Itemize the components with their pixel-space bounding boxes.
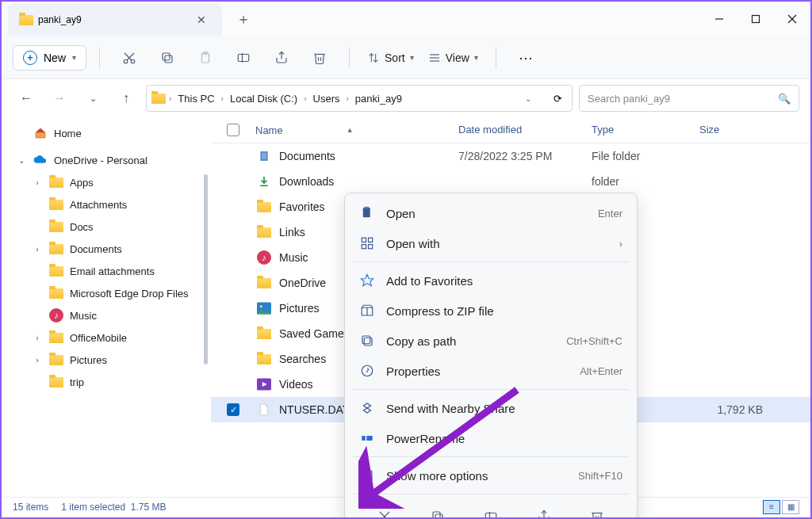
ctx-nearby-share[interactable]: Send with Nearby Share bbox=[345, 393, 637, 423]
svg-rect-9 bbox=[163, 53, 170, 60]
sidebar-item[interactable]: ›Apps bbox=[2, 171, 211, 193]
row-checkbox[interactable] bbox=[227, 277, 239, 289]
rename-icon[interactable] bbox=[474, 504, 508, 519]
svg-rect-1 bbox=[753, 15, 760, 22]
select-all-checkbox[interactable] bbox=[227, 124, 239, 136]
svg-rect-12 bbox=[238, 54, 249, 61]
copy-icon[interactable] bbox=[421, 504, 454, 519]
svg-rect-40 bbox=[366, 434, 367, 443]
svg-rect-28 bbox=[363, 208, 370, 217]
folder-icon bbox=[255, 326, 273, 342]
delete-icon[interactable] bbox=[580, 504, 614, 519]
row-checkbox[interactable] bbox=[227, 150, 239, 162]
svg-rect-41 bbox=[362, 471, 372, 480]
folder-icon bbox=[255, 351, 273, 367]
vid-icon bbox=[255, 376, 273, 392]
sidebar-item[interactable]: Microsoft Edge Drop Files bbox=[2, 282, 211, 304]
col-date[interactable]: Date modified bbox=[458, 124, 592, 136]
ctx-open[interactable]: Open Enter bbox=[345, 198, 637, 228]
row-checkbox[interactable] bbox=[227, 378, 239, 391]
sort-button[interactable]: Sort ▾ bbox=[362, 52, 419, 64]
cut-icon[interactable] bbox=[113, 44, 146, 72]
minimize-icon[interactable] bbox=[701, 2, 737, 36]
close-icon[interactable] bbox=[774, 2, 810, 36]
chevron-icon: › bbox=[32, 245, 43, 254]
breadcrumb[interactable]: This PC bbox=[174, 91, 217, 106]
up-icon[interactable]: ↑ bbox=[113, 85, 140, 112]
col-size[interactable]: Size bbox=[699, 124, 719, 136]
back-icon[interactable]: ← bbox=[13, 85, 40, 112]
row-checkbox[interactable] bbox=[227, 226, 239, 239]
breadcrumb[interactable]: Users bbox=[310, 91, 343, 106]
breadcrumb[interactable]: panki_ay9 bbox=[352, 91, 405, 106]
ctx-properties[interactable]: Properties Alt+Enter bbox=[345, 356, 637, 386]
details-view-icon[interactable]: ≡ bbox=[763, 500, 780, 514]
sidebar-item[interactable]: Attachments bbox=[2, 193, 211, 216]
sidebar-item[interactable]: ⌄OneDrive - Personal bbox=[2, 149, 211, 171]
paste-icon[interactable] bbox=[189, 44, 222, 72]
col-name[interactable]: Name▲ bbox=[255, 124, 458, 136]
maximize-icon[interactable] bbox=[737, 2, 774, 36]
cut-icon[interactable] bbox=[368, 504, 401, 519]
rename-icon[interactable] bbox=[227, 44, 260, 72]
row-checkbox[interactable]: ✓ bbox=[227, 403, 239, 416]
sidebar-item[interactable]: ›Documents bbox=[2, 238, 211, 260]
sidebar-label: OneDrive - Personal bbox=[54, 155, 147, 166]
chevron-down-icon: ▾ bbox=[72, 53, 76, 62]
file-row[interactable]: Documents7/28/2022 3:25 PMFile folder bbox=[211, 143, 810, 169]
ctx-add-favorites[interactable]: Add to Favorites bbox=[345, 265, 637, 296]
col-type[interactable]: Type bbox=[592, 124, 699, 136]
share-icon[interactable] bbox=[265, 44, 298, 72]
breadcrumb[interactable]: Local Disk (C:) bbox=[227, 91, 301, 106]
ctx-compress-zip[interactable]: Compress to ZIP file bbox=[345, 296, 637, 326]
delete-icon[interactable] bbox=[303, 44, 336, 72]
view-button[interactable]: View ▾ bbox=[423, 52, 483, 64]
row-checkbox[interactable] bbox=[227, 302, 239, 315]
nav-bar: ← → ⌄ ↑ › This PC › Local Disk (C:) › Us… bbox=[2, 79, 810, 117]
sidebar-item[interactable]: Docs bbox=[2, 216, 211, 238]
more-icon[interactable]: ⋯ bbox=[509, 44, 542, 72]
ctx-open-with[interactable]: Open with › bbox=[345, 228, 637, 258]
ctx-powerrename[interactable]: PowerRename bbox=[345, 423, 637, 453]
file-type: File folder bbox=[592, 150, 699, 162]
ctx-copy-path[interactable]: Copy as path Ctrl+Shift+C bbox=[345, 326, 637, 356]
file-row[interactable]: Downloadsfolder bbox=[211, 169, 810, 194]
sidebar-item[interactable]: trip bbox=[2, 371, 211, 393]
sidebar-item[interactable]: ♪Music bbox=[2, 304, 211, 326]
folder-icon bbox=[255, 224, 273, 240]
sidebar-item[interactable]: ›OfficeMobile bbox=[2, 326, 211, 349]
down-icon bbox=[255, 174, 273, 189]
folder-icon bbox=[49, 353, 63, 366]
search-input[interactable]: Search panki_ay9 🔍 bbox=[579, 85, 799, 112]
forward-icon[interactable]: → bbox=[46, 85, 73, 112]
new-tab-button[interactable]: ＋ bbox=[236, 10, 251, 29]
row-checkbox[interactable] bbox=[227, 251, 239, 264]
close-tab-icon[interactable]: ✕ bbox=[192, 12, 211, 28]
tab[interactable]: panki_ay9 ✕ bbox=[8, 3, 222, 36]
copy-icon[interactable] bbox=[151, 44, 184, 72]
pic-icon bbox=[255, 300, 273, 316]
row-checkbox[interactable] bbox=[227, 200, 239, 213]
tiles-view-icon[interactable]: ▦ bbox=[782, 500, 799, 514]
file-size: 1,792 KB bbox=[699, 403, 763, 416]
folder-icon bbox=[49, 220, 63, 233]
sidebar-label: Microsoft Edge Drop Files bbox=[70, 288, 189, 300]
sidebar-item[interactable]: ›Pictures bbox=[2, 349, 211, 371]
row-checkbox[interactable] bbox=[227, 175, 239, 188]
share-icon[interactable] bbox=[527, 504, 561, 519]
chevron-down-icon[interactable]: ⌄ bbox=[525, 94, 531, 103]
refresh-icon[interactable]: ⟳ bbox=[549, 93, 567, 105]
recent-chevron-icon[interactable]: ⌄ bbox=[79, 85, 106, 112]
sidebar-item[interactable]: Home bbox=[2, 122, 211, 144]
sort-asc-icon: ▲ bbox=[347, 126, 354, 134]
sidebar-label: Apps bbox=[70, 177, 94, 189]
ctx-show-more[interactable]: Show more options Shift+F10 bbox=[345, 460, 637, 490]
row-checkbox[interactable] bbox=[227, 353, 239, 365]
svg-rect-33 bbox=[369, 245, 373, 249]
sidebar-item[interactable]: Email attachments bbox=[2, 260, 211, 282]
row-checkbox[interactable] bbox=[227, 327, 239, 340]
new-button[interactable]: + New ▾ bbox=[13, 45, 86, 71]
svg-rect-48 bbox=[435, 514, 442, 519]
address-bar[interactable]: › This PC › Local Disk (C:) › Users › pa… bbox=[146, 85, 573, 112]
folder-icon bbox=[19, 15, 32, 25]
